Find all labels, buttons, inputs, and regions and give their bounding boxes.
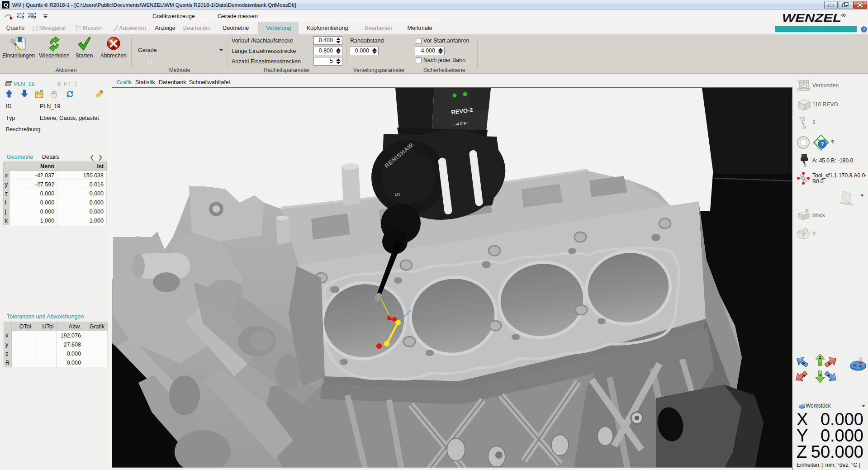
- svg-text:5: 5: [393, 192, 401, 197]
- svg-text:?: ?: [821, 141, 824, 147]
- svg-text:z: z: [819, 355, 821, 360]
- svg-text:-z: -z: [818, 373, 822, 377]
- svg-text:?: ?: [863, 28, 865, 32]
- svg-text:?: ?: [802, 232, 805, 237]
